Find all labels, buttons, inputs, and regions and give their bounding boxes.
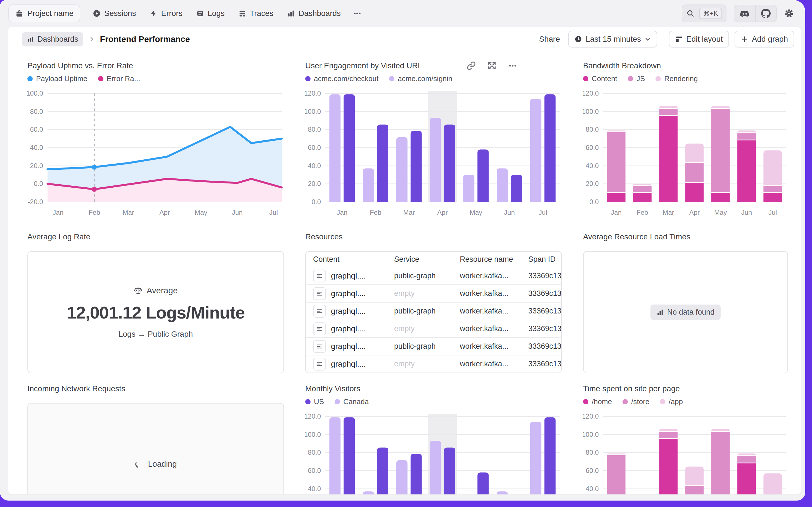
search-button[interactable]: ⌘+K [682,4,727,22]
link-icon [467,61,476,70]
nav-item-errors[interactable]: Errors [149,9,183,18]
add-graph-label: Add graph [752,35,788,44]
tile-title: User Engagement by Visited URL [305,61,422,70]
svg-text:-20.0: -20.0 [28,198,43,206]
chart-svg[interactable]: 0.020.040.060.080.0100.0120.0JanFebMarAp… [583,412,788,494]
row-icon-chip [313,270,326,282]
legend-item[interactable]: /store [622,397,649,406]
discord-button[interactable] [734,5,755,21]
metric-card: Average 12,001.12 Logs/Minute Logs → Pub… [27,251,284,373]
nav-item-logs[interactable]: Logs [196,9,225,18]
nav-item-dashboards[interactable]: Dashboards [287,9,341,18]
github-button[interactable] [756,5,776,21]
no-data-label: No data found [667,308,715,317]
expand-button[interactable] [488,61,496,70]
svg-text:100.0: 100.0 [583,431,599,438]
add-graph-button[interactable]: Add graph [735,31,794,48]
table-row[interactable]: graphql.... empty worker.kafka... 33369c… [306,355,561,373]
share-button[interactable]: Share [537,35,563,44]
cell-span-id: 33369c1380... [528,359,562,368]
chart-svg[interactable]: -20.00.020.040.060.080.0100.0JanFebMarAp… [27,89,284,220]
tile-actions [467,61,517,70]
svg-text:80.0: 80.0 [585,449,599,456]
chart-area[interactable]: 0.020.040.060.080.0100.0120.0JanFebMarAp… [305,412,562,494]
cell-content: graphql.... [331,272,366,280]
svg-text:60.0: 60.0 [308,144,321,151]
table-column-header: Service [394,255,460,264]
table-row[interactable]: graphql.... public-graph worker.kafka...… [306,338,561,355]
legend-item[interactable]: Canada [334,397,369,406]
tile-title: Payload Uptime vs. Error Rate [27,61,133,70]
svg-text:40.0: 40.0 [585,162,599,169]
table-row[interactable]: graphql.... empty worker.kafka... 33369c… [306,285,561,302]
chart-svg[interactable]: 0.020.040.060.080.0100.0120.0JanFebMarAp… [305,89,562,220]
time-range-dropdown[interactable]: Last 15 minutes [568,31,657,48]
link-button[interactable] [467,61,476,70]
ellipsis-icon [353,9,361,18]
legend-item[interactable]: Error Ra... [98,74,140,83]
settings-button[interactable] [784,8,794,18]
social-button-group [734,5,777,22]
project-switcher-button[interactable]: Project name [8,4,80,22]
empty-state-card: No data found [583,251,788,373]
legend-item[interactable]: JS [628,74,645,83]
traces-icon [238,9,247,18]
legend-item[interactable]: acme.com/signin [389,74,452,83]
legend-item[interactable]: Content [583,74,617,83]
chart-legend: ContentJSRendering [583,74,788,83]
legend-item[interactable]: /home [583,397,612,406]
cell-service: empty [394,324,460,333]
table-row[interactable]: graphql.... empty worker.kafka... 33369c… [306,320,561,338]
legend-item[interactable]: US [305,397,324,406]
more-button[interactable] [508,61,517,70]
cell-span-id: 33369c1380... [528,342,562,351]
chevron-right-icon [88,36,95,43]
legend-dot [98,76,104,81]
svg-text:20.0: 20.0 [585,180,599,187]
cell-service: public-graph [394,272,460,280]
chart-area[interactable]: 0.020.040.060.080.0100.0120.0JanFebMarAp… [583,89,788,222]
chart-svg[interactable]: 0.020.040.060.080.0100.0120.0JanFebMarAp… [305,412,562,494]
svg-text:60.0: 60.0 [308,467,321,474]
legend-label: acme.com/checkout [314,74,378,83]
logs-icon [196,9,204,18]
chart-area[interactable]: 0.020.040.060.080.0100.0120.0JanFebMarAp… [305,89,562,222]
chart-area[interactable]: -20.00.020.040.060.080.0100.0JanFebMarAp… [27,89,284,222]
cell-resource-name: worker.kafka... [460,289,528,298]
plus-icon [741,35,749,43]
cell-resource-name: worker.kafka... [460,342,528,351]
chart-area[interactable]: 0.020.040.060.080.0100.0120.0JanFebMarAp… [583,412,788,494]
svg-text:100.0: 100.0 [583,108,599,115]
time-range-label: Last 15 minutes [585,35,641,44]
svg-text:0.0: 0.0 [589,198,599,206]
svg-text:0.0: 0.0 [312,198,321,206]
cell-service: empty [394,289,460,298]
nav-item-label: Traces [250,9,274,18]
legend-item[interactable]: Payload Uptime [27,74,87,83]
legend-item[interactable]: /app [660,397,683,406]
cell-span-id: 33369c1380... [528,307,562,316]
breadcrumb-dashboards[interactable]: Dashboards [22,32,83,46]
chevron-down-icon [644,36,651,43]
nav-more-button[interactable] [353,9,361,18]
nav-item-sessions[interactable]: Sessions [92,9,136,18]
cell-content: graphql.... [331,324,366,333]
legend-label: /home [592,397,612,406]
chart-legend: USCanada [305,397,562,406]
edit-layout-button[interactable]: Edit layout [669,31,729,48]
table-row[interactable]: graphql.... public-graph worker.kafka...… [306,267,561,285]
table-row[interactable]: graphql.... public-graph worker.kafka...… [306,302,561,320]
legend-item[interactable]: acme.com/checkout [305,74,378,83]
svg-text:Jun: Jun [232,209,243,216]
nav-item-traces[interactable]: Traces [238,9,274,18]
discord-icon [740,9,749,18]
chart-svg[interactable]: 0.020.040.060.080.0100.0120.0JanFebMarAp… [583,89,788,220]
legend-label: Payload Uptime [36,74,87,83]
svg-text:120.0: 120.0 [583,90,599,97]
svg-text:May: May [714,209,727,216]
tile-title: Average Log Rate [27,232,90,241]
nav-menu: SessionsErrorsLogsTracesDashboards [92,9,341,18]
nav-item-label: Sessions [104,9,136,18]
legend-item[interactable]: Rendering [655,74,698,83]
cell-content: graphql.... [331,307,366,316]
